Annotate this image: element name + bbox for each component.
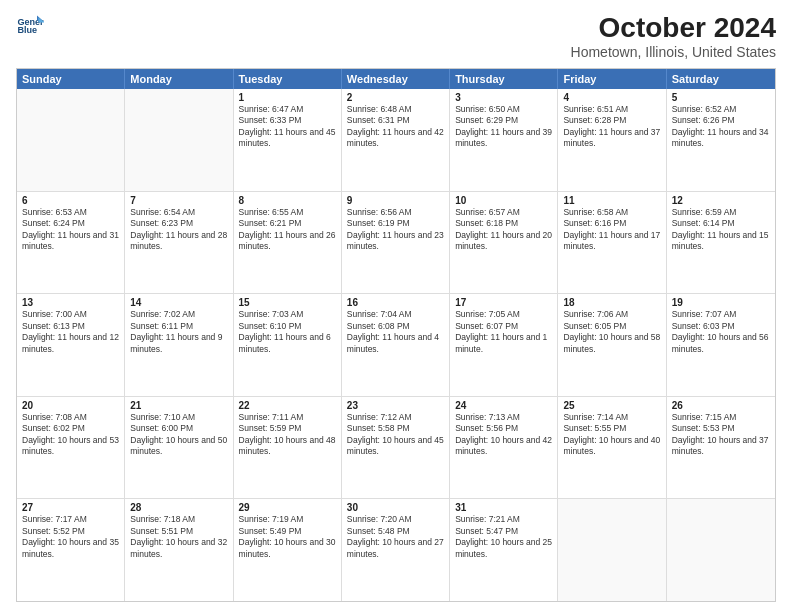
day-number: 19 [672,297,770,308]
sunset-label: Sunset: 6:13 PM [22,321,85,331]
location-subtitle: Hometown, Illinois, United States [571,44,776,60]
daylight-label: Daylight: 10 hours and 45 minutes. [347,435,444,456]
day-number: 11 [563,195,660,206]
sunrise-label: Sunrise: 7:07 AM [672,309,737,319]
sunset-label: Sunset: 5:56 PM [455,423,518,433]
daylight-label: Daylight: 10 hours and 30 minutes. [239,537,336,558]
sunset-label: Sunset: 6:31 PM [347,115,410,125]
day-info: Sunrise: 7:05 AMSunset: 6:07 PMDaylight:… [455,309,552,355]
sunrise-label: Sunrise: 7:04 AM [347,309,412,319]
daylight-label: Daylight: 10 hours and 40 minutes. [563,435,660,456]
sunrise-label: Sunrise: 7:20 AM [347,514,412,524]
month-title: October 2024 [571,12,776,44]
sunrise-label: Sunrise: 6:53 AM [22,207,87,217]
day-number: 13 [22,297,119,308]
calendar-cell: 4Sunrise: 6:51 AMSunset: 6:28 PMDaylight… [558,89,666,191]
sunrise-label: Sunrise: 7:06 AM [563,309,628,319]
sunset-label: Sunset: 5:47 PM [455,526,518,536]
daylight-label: Daylight: 11 hours and 34 minutes. [672,127,769,148]
day-info: Sunrise: 7:15 AMSunset: 5:53 PMDaylight:… [672,412,770,458]
sunrise-label: Sunrise: 7:21 AM [455,514,520,524]
daylight-label: Daylight: 10 hours and 32 minutes. [130,537,227,558]
calendar-cell: 31Sunrise: 7:21 AMSunset: 5:47 PMDayligh… [450,499,558,601]
day-number: 29 [239,502,336,513]
calendar-cell: 30Sunrise: 7:20 AMSunset: 5:48 PMDayligh… [342,499,450,601]
header: General Blue October 2024 Hometown, Illi… [16,12,776,60]
page: General Blue October 2024 Hometown, Illi… [0,0,792,612]
sunset-label: Sunset: 6:26 PM [672,115,735,125]
header-tuesday: Tuesday [234,69,342,89]
calendar-cell: 12Sunrise: 6:59 AMSunset: 6:14 PMDayligh… [667,192,775,294]
day-number: 31 [455,502,552,513]
day-number: 17 [455,297,552,308]
sunrise-label: Sunrise: 7:18 AM [130,514,195,524]
sunset-label: Sunset: 6:29 PM [455,115,518,125]
day-info: Sunrise: 6:53 AMSunset: 6:24 PMDaylight:… [22,207,119,253]
day-info: Sunrise: 7:10 AMSunset: 6:00 PMDaylight:… [130,412,227,458]
sunset-label: Sunset: 5:48 PM [347,526,410,536]
daylight-label: Daylight: 11 hours and 20 minutes. [455,230,552,251]
day-info: Sunrise: 7:19 AMSunset: 5:49 PMDaylight:… [239,514,336,560]
sunrise-label: Sunrise: 7:03 AM [239,309,304,319]
day-number: 12 [672,195,770,206]
calendar-cell: 27Sunrise: 7:17 AMSunset: 5:52 PMDayligh… [17,499,125,601]
calendar-cell: 1Sunrise: 6:47 AMSunset: 6:33 PMDaylight… [234,89,342,191]
day-info: Sunrise: 7:03 AMSunset: 6:10 PMDaylight:… [239,309,336,355]
daylight-label: Daylight: 11 hours and 1 minute. [455,332,547,353]
calendar-cell: 22Sunrise: 7:11 AMSunset: 5:59 PMDayligh… [234,397,342,499]
day-info: Sunrise: 6:58 AMSunset: 6:16 PMDaylight:… [563,207,660,253]
sunset-label: Sunset: 6:14 PM [672,218,735,228]
calendar-cell: 16Sunrise: 7:04 AMSunset: 6:08 PMDayligh… [342,294,450,396]
day-number: 5 [672,92,770,103]
sunrise-label: Sunrise: 6:54 AM [130,207,195,217]
day-info: Sunrise: 6:50 AMSunset: 6:29 PMDaylight:… [455,104,552,150]
day-info: Sunrise: 7:06 AMSunset: 6:05 PMDaylight:… [563,309,660,355]
sunrise-label: Sunrise: 7:12 AM [347,412,412,422]
day-number: 2 [347,92,444,103]
sunset-label: Sunset: 5:49 PM [239,526,302,536]
day-number: 25 [563,400,660,411]
daylight-label: Daylight: 10 hours and 42 minutes. [455,435,552,456]
calendar-cell [17,89,125,191]
day-number: 21 [130,400,227,411]
daylight-label: Daylight: 11 hours and 4 minutes. [347,332,439,353]
calendar-cell: 25Sunrise: 7:14 AMSunset: 5:55 PMDayligh… [558,397,666,499]
week-row-5: 27Sunrise: 7:17 AMSunset: 5:52 PMDayligh… [17,498,775,601]
day-number: 27 [22,502,119,513]
calendar-cell: 21Sunrise: 7:10 AMSunset: 6:00 PMDayligh… [125,397,233,499]
sunrise-label: Sunrise: 6:52 AM [672,104,737,114]
daylight-label: Daylight: 11 hours and 31 minutes. [22,230,119,251]
calendar-cell [667,499,775,601]
sunset-label: Sunset: 6:03 PM [672,321,735,331]
sunset-label: Sunset: 6:24 PM [22,218,85,228]
day-number: 16 [347,297,444,308]
day-number: 3 [455,92,552,103]
header-monday: Monday [125,69,233,89]
day-number: 7 [130,195,227,206]
sunrise-label: Sunrise: 7:13 AM [455,412,520,422]
sunset-label: Sunset: 6:11 PM [130,321,193,331]
day-info: Sunrise: 6:52 AMSunset: 6:26 PMDaylight:… [672,104,770,150]
sunset-label: Sunset: 5:55 PM [563,423,626,433]
sunset-label: Sunset: 6:10 PM [239,321,302,331]
daylight-label: Daylight: 11 hours and 45 minutes. [239,127,336,148]
calendar-cell: 17Sunrise: 7:05 AMSunset: 6:07 PMDayligh… [450,294,558,396]
daylight-label: Daylight: 10 hours and 50 minutes. [130,435,227,456]
calendar-cell: 5Sunrise: 6:52 AMSunset: 6:26 PMDaylight… [667,89,775,191]
sunset-label: Sunset: 5:59 PM [239,423,302,433]
header-wednesday: Wednesday [342,69,450,89]
week-row-1: 1Sunrise: 6:47 AMSunset: 6:33 PMDaylight… [17,89,775,191]
day-info: Sunrise: 7:08 AMSunset: 6:02 PMDaylight:… [22,412,119,458]
logo: General Blue [16,12,44,40]
header-thursday: Thursday [450,69,558,89]
day-info: Sunrise: 7:21 AMSunset: 5:47 PMDaylight:… [455,514,552,560]
calendar-cell: 15Sunrise: 7:03 AMSunset: 6:10 PMDayligh… [234,294,342,396]
sunset-label: Sunset: 6:08 PM [347,321,410,331]
day-number: 14 [130,297,227,308]
header-saturday: Saturday [667,69,775,89]
sunset-label: Sunset: 6:07 PM [455,321,518,331]
sunrise-label: Sunrise: 6:50 AM [455,104,520,114]
header-friday: Friday [558,69,666,89]
day-info: Sunrise: 6:56 AMSunset: 6:19 PMDaylight:… [347,207,444,253]
calendar-cell: 28Sunrise: 7:18 AMSunset: 5:51 PMDayligh… [125,499,233,601]
